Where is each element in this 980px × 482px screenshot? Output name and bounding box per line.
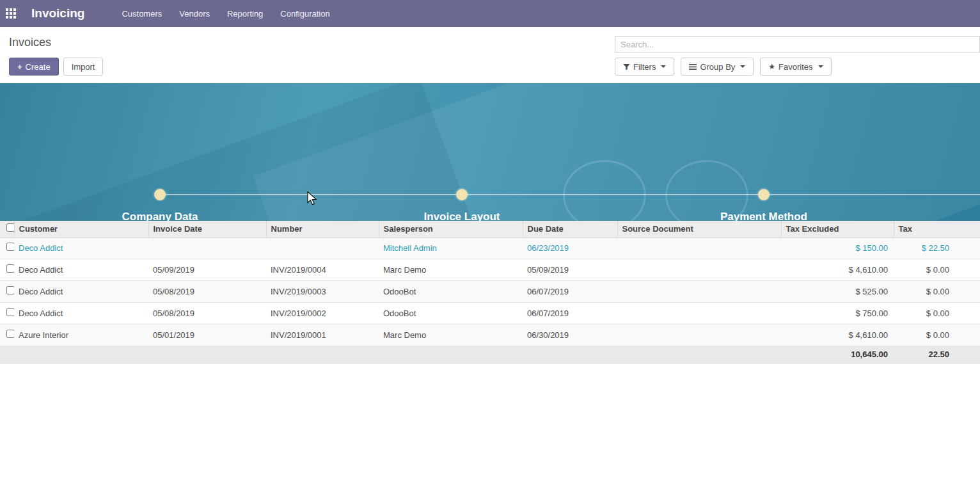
filters-button-label: Filters (633, 62, 656, 72)
cell-due-date: 06/30/2019 (523, 324, 617, 346)
onboarding-banner: Company Data Set your company's data for… (0, 83, 980, 221)
invoice-row[interactable]: Deco Addict 05/09/2019 INV/2019/0004 Mar… (0, 259, 980, 280)
cell-customer: Deco Addict (14, 302, 148, 324)
column-header-customer[interactable]: Customer (14, 221, 148, 237)
cell-invoice-date: 05/08/2019 (148, 280, 266, 302)
row-checkbox[interactable] (6, 286, 14, 294)
cell-source-document (617, 302, 781, 324)
cell-number: INV/2019/0002 (266, 302, 379, 324)
apps-grid-icon[interactable] (6, 8, 16, 19)
menu-customers[interactable]: Customers (122, 9, 162, 19)
app-name[interactable]: Invoicing (31, 6, 84, 20)
cell-invoice-date: 05/01/2019 (148, 324, 266, 346)
cell-number: INV/2019/0003 (266, 280, 379, 302)
column-header-invoice-date[interactable]: Invoice Date (148, 221, 266, 237)
create-button[interactable]: + Create (9, 58, 59, 76)
cell-source-document (617, 237, 781, 259)
cell-salesperson: Mitchell Admin (379, 237, 523, 259)
invoice-row[interactable]: Deco Addict Mitchell Admin 06/23/2019 $ … (0, 237, 980, 259)
top-navbar: Invoicing Customers Vendors Reporting Co… (0, 0, 980, 27)
table-totals-row: 10,645.00 22.50 (0, 346, 980, 363)
cell-invoice-date (148, 237, 266, 259)
row-select-cell (0, 302, 14, 324)
caret-down-icon (818, 65, 823, 68)
cell-salesperson: Marc Demo (379, 324, 523, 346)
column-header-tax[interactable]: Tax (894, 221, 980, 237)
invoice-row[interactable]: Deco Addict 05/08/2019 INV/2019/0003 Odo… (0, 280, 980, 302)
cell-invoice-date: 05/09/2019 (148, 259, 266, 280)
invoice-row[interactable]: Deco Addict 05/08/2019 INV/2019/0002 Odo… (0, 302, 980, 324)
caret-down-icon (661, 65, 666, 68)
cell-tax: $ 0.00 (894, 302, 980, 324)
cell-tax-excluded: $ 4,610.00 (781, 259, 894, 280)
cell-customer: Deco Addict (14, 280, 148, 302)
cell-source-document (617, 324, 781, 346)
screen: Invoicing Customers Vendors Reporting Co… (0, 0, 980, 364)
cell-tax-excluded: $ 4,610.00 (781, 324, 894, 346)
favorites-button-label: Favorites (778, 62, 812, 72)
step-dot-icon (758, 189, 770, 200)
import-button-label: Import (72, 62, 95, 72)
onboarding-step-payment-method: Payment Method Configure your payment me… (661, 189, 866, 221)
filter-icon (623, 63, 630, 70)
cell-tax: $ 0.00 (894, 324, 980, 346)
cell-customer: Deco Addict (14, 259, 148, 280)
column-header-salesperson[interactable]: Salesperson (379, 221, 523, 237)
step-dot-icon (154, 189, 166, 200)
cell-number: INV/2019/0001 (266, 324, 379, 346)
invoice-table: Customer Invoice Date Number Salesperson… (0, 221, 980, 364)
onboarding-step-invoice-layout: Invoice Layout Customize the look of you… (360, 189, 564, 221)
column-header-source-document[interactable]: Source Document (617, 221, 781, 237)
cell-tax: $ 22.50 (894, 237, 980, 259)
control-panel: Invoices + Create Import Filters (0, 27, 980, 83)
cell-salesperson: OdooBot (379, 280, 523, 302)
invoice-row[interactable]: Azure Interior 05/01/2019 INV/2019/0001 … (0, 324, 980, 346)
cell-due-date: 06/23/2019 (523, 237, 617, 259)
column-header-tax-excluded[interactable]: Tax Excluded (781, 221, 894, 237)
cell-tax-excluded: $ 525.00 (781, 280, 894, 302)
search-panel: Filters Group By ★ Favorites (615, 36, 980, 76)
step-title: Company Data (58, 211, 262, 221)
row-checkbox[interactable] (6, 264, 14, 273)
row-checkbox[interactable] (6, 308, 14, 316)
row-select-cell (0, 237, 14, 259)
select-all-cell (0, 221, 14, 237)
cell-salesperson: Marc Demo (379, 259, 523, 280)
cell-source-document (617, 280, 781, 302)
menu-vendors[interactable]: Vendors (179, 9, 210, 19)
cell-tax: $ 0.00 (894, 259, 980, 280)
step-title: Invoice Layout (360, 211, 564, 221)
row-select-cell (0, 324, 14, 346)
search-input[interactable] (615, 36, 980, 52)
caret-down-icon (740, 65, 745, 68)
step-title: Payment Method (661, 211, 866, 221)
row-checkbox[interactable] (6, 330, 14, 338)
menu-reporting[interactable]: Reporting (227, 9, 263, 19)
star-icon: ★ (768, 62, 775, 71)
total-tax: 22.50 (894, 346, 980, 363)
step-dot-icon (456, 189, 468, 200)
cell-tax-excluded: $ 150.00 (781, 237, 894, 259)
cell-tax: $ 0.00 (894, 280, 980, 302)
column-header-due-date[interactable]: Due Date (523, 221, 617, 237)
favorites-button[interactable]: ★ Favorites (760, 58, 831, 76)
menu-configuration[interactable]: Configuration (280, 9, 329, 19)
filters-button[interactable]: Filters (615, 58, 674, 76)
cell-due-date: 06/07/2019 (523, 280, 617, 302)
row-select-cell (0, 280, 14, 302)
top-menu: Customers Vendors Reporting Configuratio… (122, 9, 329, 19)
group-by-icon (689, 63, 697, 70)
group-by-button[interactable]: Group By (681, 58, 754, 76)
select-all-checkbox[interactable] (6, 223, 14, 232)
cell-customer: Deco Addict (14, 237, 148, 259)
cell-tax-excluded: $ 750.00 (781, 302, 894, 324)
import-button[interactable]: Import (63, 58, 104, 76)
total-tax-excluded: 10,645.00 (781, 346, 894, 363)
cell-customer: Azure Interior (14, 324, 148, 346)
row-checkbox[interactable] (6, 243, 14, 251)
plus-icon: + (17, 62, 22, 72)
column-header-number[interactable]: Number (266, 221, 379, 237)
cell-source-document (617, 259, 781, 280)
create-button-label: Create (26, 62, 51, 72)
cell-due-date: 05/09/2019 (523, 259, 617, 280)
